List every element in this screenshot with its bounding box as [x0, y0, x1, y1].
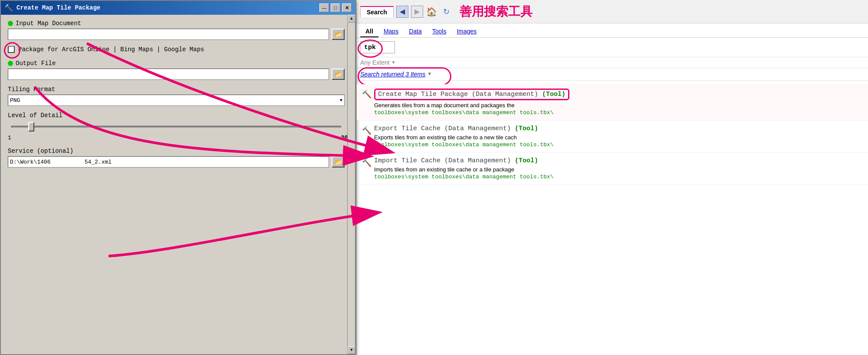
output-file-row: 📂 — [8, 69, 345, 80]
tab-tools[interactable]: Tools — [427, 26, 452, 37]
folder-icon-service: 📂 — [335, 158, 342, 165]
input-map-label: Input Map Document — [8, 20, 345, 27]
input-map-browse-button[interactable]: 📂 — [332, 29, 345, 40]
close-button[interactable]: ✕ — [342, 3, 352, 12]
output-file-browse-button[interactable]: 📂 — [332, 69, 345, 80]
results-header: Search returned 3 Items ▼ — [357, 68, 868, 81]
result-desc-2: Exports tiles from an existing tile cach… — [374, 134, 863, 141]
result-item-import-tile-cache[interactable]: 🔨 Import Tile Cache (Data Management) (T… — [357, 153, 868, 185]
search-panel: Search ◀ ▶ 🏠 ↻ 善用搜索工具 All Maps Data Tool… — [356, 0, 868, 355]
input-map-field[interactable] — [8, 29, 329, 40]
extent-row: Any Extent ▼ — [357, 57, 868, 68]
search-top-bar: Search ◀ ▶ 🏠 ↻ 善用搜索工具 — [357, 0, 868, 23]
result-title-highlighted: Create Map Tile Package (Data Management… — [374, 89, 569, 100]
service-label: Service (optional) — [8, 148, 345, 154]
tab-images[interactable]: Images — [451, 26, 482, 37]
package-checkbox[interactable] — [8, 46, 15, 53]
output-file-field[interactable] — [8, 69, 329, 80]
tab-maps[interactable]: Maps — [378, 26, 404, 37]
slider-track[interactable] — [11, 126, 341, 128]
search-input[interactable] — [360, 41, 395, 53]
folder-icon: 📂 — [335, 31, 342, 38]
result-tool-tag-3: (Tool) — [515, 157, 538, 164]
result-path-3: toolboxes\system toolboxes\data manageme… — [374, 174, 863, 180]
refresh-button[interactable]: ↻ — [441, 6, 453, 18]
forward-button[interactable]: ▶ — [411, 6, 423, 18]
dialog-content: Input Map Document 📂 Package for ArcGIS … — [1, 15, 355, 354]
dropdown-arrow-icon: ▼ — [340, 98, 342, 103]
result-title-text-3: Import Tile Cache (Data Management) — [374, 157, 515, 164]
result-title-text-2: Export Tile Cache (Data Management) — [374, 125, 515, 132]
search-box-row — [357, 38, 868, 57]
tiling-format-row: PNG ▼ — [8, 95, 345, 106]
result-item-create-map-tile[interactable]: 🔨 Create Map Tile Package (Data Manageme… — [357, 84, 868, 121]
result-tool-tag-1: (Tool) — [542, 91, 566, 98]
slider-thumb[interactable] — [28, 122, 34, 131]
slider-value-row: 1 20 — [8, 135, 345, 141]
result-desc-1: Generates tiles from a map document and … — [374, 102, 863, 108]
search-input-wrapper — [360, 41, 395, 53]
back-button[interactable]: ◀ — [396, 6, 408, 18]
result-icon-1: 🔨 — [362, 89, 372, 99]
level-of-detail-label: Level of Detail — [8, 112, 345, 119]
slider-container: 1 20 — [8, 126, 345, 141]
dialog-icon: 🔨 — [4, 3, 13, 12]
home-button[interactable]: 🏠 — [426, 6, 438, 18]
tiling-format-label: Tiling Format — [8, 86, 345, 93]
results-circle: Search returned 3 Items — [360, 71, 425, 78]
title-bar-buttons: — □ ✕ — [319, 3, 352, 12]
folder-open-icon: 📂 — [335, 71, 342, 78]
scroll-down-button[interactable]: ▼ — [348, 346, 355, 354]
scroll-track — [348, 23, 355, 346]
input-map-dot — [8, 21, 13, 26]
result-title-3: Import Tile Cache (Data Management) (Too… — [374, 157, 863, 164]
results-list: 🔨 Create Map Tile Package (Data Manageme… — [357, 81, 868, 355]
checkbox-highlight — [4, 42, 20, 59]
slider-min-value: 1 — [8, 135, 11, 141]
result-icon-3: 🔨 — [362, 158, 372, 168]
output-file-section: Output File 📂 — [8, 60, 345, 80]
output-file-label: Output File — [8, 60, 345, 67]
input-map-row: 📂 — [8, 29, 345, 40]
service-field[interactable] — [8, 156, 329, 168]
scrollbar[interactable]: ▲ ▼ — [347, 15, 355, 354]
results-link[interactable]: Search returned 3 Items — [360, 71, 425, 78]
package-checkbox-label: Package for ArcGIS Online | Bing Maps | … — [18, 46, 204, 53]
chinese-heading: 善用搜索工具 — [460, 3, 533, 20]
dialog-title: Create Map Tile Package — [16, 4, 100, 11]
result-tool-tag-2: (Tool) — [515, 125, 538, 132]
dialog-window: 🔨 Create Map Tile Package — □ ✕ Input Ma… — [0, 0, 356, 355]
service-browse-button[interactable]: 📂 — [332, 156, 345, 168]
output-file-dot — [8, 61, 13, 66]
extent-arrow-icon[interactable]: ▼ — [392, 60, 395, 65]
result-title-text-1: Create Map Tile Package (Data Management… — [378, 91, 542, 98]
level-of-detail-section: Level of Detail 1 20 — [8, 112, 345, 141]
package-checkbox-row: Package for ArcGIS Online | Bing Maps | … — [8, 46, 345, 53]
minimize-button[interactable]: — — [319, 3, 329, 12]
search-tab-button[interactable]: Search — [360, 6, 394, 17]
result-title-1: Create Map Tile Package (Data Management… — [374, 89, 863, 100]
category-tabs: All Maps Data Tools Images — [357, 23, 868, 38]
tab-data[interactable]: Data — [404, 26, 427, 37]
maximize-button[interactable]: □ — [331, 3, 340, 12]
result-item-export-tile-cache[interactable]: 🔨 Export Tile Cache (Data Management) (T… — [357, 121, 868, 153]
service-row: 📂 — [8, 156, 345, 168]
results-summary: Search returned 3 Items — [360, 71, 425, 78]
tiling-format-section: Tiling Format PNG ▼ — [8, 86, 345, 106]
input-map-section: Input Map Document 📂 — [8, 20, 345, 40]
result-path-2: toolboxes\system toolboxes\data manageme… — [374, 141, 863, 148]
title-bar-left: 🔨 Create Map Tile Package — [4, 3, 100, 12]
tiling-format-dropdown[interactable]: PNG ▼ — [8, 95, 345, 106]
service-section: Service (optional) 📂 — [8, 148, 345, 168]
result-path-1: toolboxes\system toolboxes\data manageme… — [374, 109, 863, 116]
tab-all[interactable]: All — [360, 26, 378, 37]
scroll-up-button[interactable]: ▲ — [348, 15, 355, 23]
extent-label: Any Extent — [360, 59, 390, 66]
result-icon-2: 🔨 — [362, 126, 372, 135]
result-desc-3: Imports tiles from an existing tile cach… — [374, 166, 863, 173]
title-bar: 🔨 Create Map Tile Package — □ ✕ — [1, 1, 355, 15]
result-title-2: Export Tile Cache (Data Management) (Too… — [374, 125, 863, 132]
